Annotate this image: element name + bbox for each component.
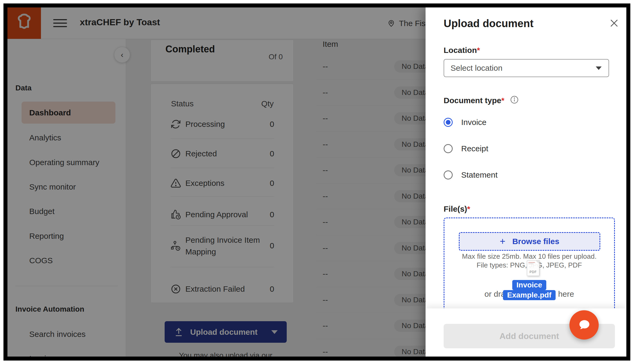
chat-balloon-icon [576,317,592,332]
location-select[interactable]: Select location [444,59,609,77]
doctype-field-label: Document type* [444,95,519,106]
radio-unselected-icon [444,144,453,153]
chat-widget-button[interactable] [569,310,599,340]
radio-invoice[interactable]: Invoice [444,117,486,128]
modal-title: Upload document [444,18,534,30]
dragged-pdf-file-icon: PDF [527,260,539,276]
info-icon[interactable] [510,95,519,106]
upload-document-modal: Upload document Location* Select locatio… [426,7,626,357]
screenshot-frame: xtraCHEF by Toast The Fis Data Dashboard… [3,3,630,361]
radio-receipt[interactable]: Receipt [444,143,488,154]
page-fold [535,260,539,264]
radio-unselected-icon [444,170,453,179]
location-placeholder: Select location [451,64,502,73]
plus-icon: + [500,236,505,247]
app-window: xtraCHEF by Toast The Fis Data Dashboard… [7,7,626,357]
radio-statement[interactable]: Statement [444,170,498,180]
select-caret-icon [596,66,602,70]
location-field-label: Location* [444,46,480,55]
file-size-hint: Max file size 25mb. Max 10 files per upl… [444,252,614,261]
close-icon[interactable] [609,18,620,29]
dragged-file-name: Invoice Example.pdf [444,280,614,300]
files-field-label: File(s)* [444,204,470,214]
required-asterisk: * [477,46,480,55]
modal-backdrop[interactable] [7,7,426,357]
radio-selected-icon [444,118,453,127]
browse-files-button[interactable]: + Browse files [459,232,600,251]
